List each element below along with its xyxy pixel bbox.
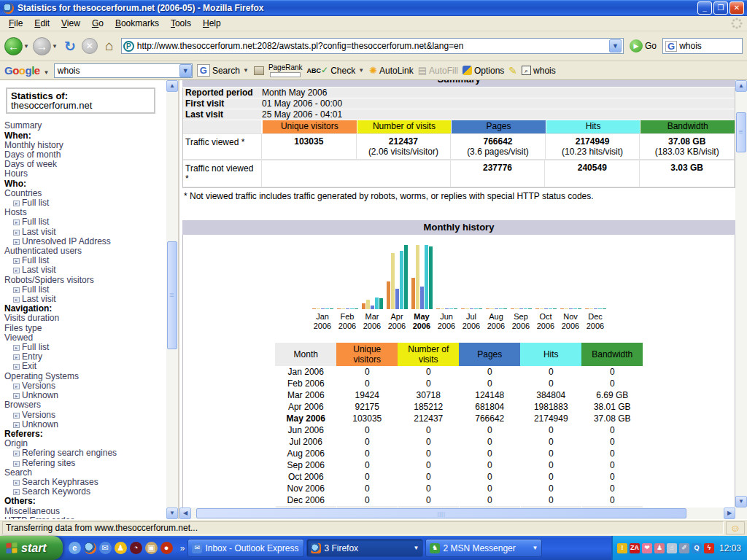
messenger-alert-icon[interactable]: ❤: [642, 543, 652, 553]
menu-go[interactable]: Go: [86, 17, 109, 30]
autolink-button[interactable]: ✺AutoLink: [369, 65, 414, 76]
home-button[interactable]: ⌂: [101, 38, 118, 54]
main-hscroll-thumb[interactable]: ||||: [196, 508, 686, 518]
ie-icon[interactable]: e: [69, 542, 81, 554]
taskbar-button-inbox-outlook-express[interactable]: ✉Inbox - Outlook Express: [187, 539, 304, 557]
main-scrollbar-horizontal[interactable]: ◀ |||| ▶: [179, 508, 735, 519]
sidebar-item-exit[interactable]: ▸Exit: [4, 362, 166, 371]
sidebar-item-refering-search-engines[interactable]: ▸Refering search engines: [4, 448, 166, 458]
quick-launch-overflow-chevron[interactable]: »: [180, 543, 185, 553]
aim-icon[interactable]: ♟: [115, 542, 127, 554]
start-button[interactable]: start: [0, 536, 63, 560]
bar-unique-visitors: [362, 303, 365, 309]
go-button[interactable]: ▶ Go: [627, 39, 659, 52]
url-dropdown[interactable]: ▼: [609, 39, 622, 52]
back-dropdown[interactable]: ▼: [23, 43, 29, 50]
cell: 681804: [459, 401, 520, 413]
menu-bookmarks[interactable]: Bookmarks: [109, 17, 165, 30]
sidebar-scroll-thumb[interactable]: ☰: [167, 241, 177, 349]
google-logo[interactable]: Google ▼: [4, 64, 50, 77]
info-value: 25 May 2006 - 04:01: [262, 109, 342, 120]
google-search-input[interactable]: whois ▼: [54, 63, 193, 78]
cell: 0: [459, 471, 520, 483]
msn-picture-icon[interactable]: ▣: [145, 542, 158, 554]
scroll-down-icon[interactable]: ▼: [735, 496, 747, 508]
sidebar-item-http-error-codes[interactable]: HTTP Error codes: [4, 516, 166, 519]
outlook-express-icon[interactable]: ✉: [99, 542, 112, 554]
zonealarm-za-icon[interactable]: ZA: [630, 543, 640, 553]
smiley-icon[interactable]: ☺: [726, 521, 745, 534]
forward-button[interactable]: →: [33, 37, 51, 55]
minimize-button[interactable]: _: [697, 1, 712, 15]
sidebar-item-robots-spiders-visitors[interactable]: Robots/Spiders visitors: [4, 276, 166, 285]
pen-icon[interactable]: ✐: [679, 543, 689, 553]
back-button[interactable]: ←: [4, 37, 23, 55]
stop-button[interactable]: ✕: [82, 38, 98, 54]
quick-search-box[interactable]: G whois: [662, 38, 743, 54]
column-header-bandwidth: Bandwidth: [640, 120, 735, 133]
close-button[interactable]: ✕: [729, 1, 744, 15]
options-button[interactable]: Options: [462, 66, 504, 76]
scroll-up-icon[interactable]: ▲: [166, 80, 178, 92]
task-group-dropdown-icon[interactable]: ▼: [532, 545, 538, 551]
sidebar-item-last-visit[interactable]: ▸Last visit: [4, 228, 166, 237]
scroll-left-icon[interactable]: ◀: [179, 508, 191, 519]
cell: 0: [581, 424, 643, 436]
sidebar-item-miscellaneous[interactable]: Miscellaneous: [4, 507, 166, 516]
menu-edit[interactable]: Edit: [28, 17, 55, 30]
sidebar-item-files-type[interactable]: Files type: [4, 324, 166, 333]
whois-button[interactable]: ⌕whois: [522, 66, 556, 76]
sub-link-icon: ▸: [13, 461, 20, 467]
sidebar-item-operating-systems[interactable]: Operating Systems: [4, 372, 166, 381]
reload-button[interactable]: ↻: [61, 38, 79, 55]
sidebar-item-full-list[interactable]: ▸Full list: [4, 198, 166, 208]
sidebar-item-browsers[interactable]: Browsers: [4, 400, 166, 410]
sidebar-item-days-of-week[interactable]: Days of week: [4, 160, 166, 169]
sidebar-item-versions[interactable]: ▸Versions: [4, 411, 166, 420]
sidebar-item-visits-duration[interactable]: Visits duration: [4, 314, 166, 323]
task-group-dropdown-icon[interactable]: ▼: [413, 545, 419, 551]
sidebar-item-refering-sites[interactable]: ▸Refering sites: [4, 459, 166, 468]
opera-flame-icon[interactable]: ●: [160, 542, 173, 554]
main-scrollbar-vertical[interactable]: ▲ ☰ ▼: [735, 80, 747, 508]
spellcheck-button[interactable]: ABC✓Check▼: [307, 66, 365, 76]
main-vscroll-thumb[interactable]: ☰: [736, 112, 746, 152]
bar-hits: [549, 308, 552, 309]
taskbar-button-3-firefox[interactable]: 3 Firefox▼: [306, 539, 423, 557]
pie-chart-icon[interactable]: ◔: [130, 542, 142, 554]
sidebar-scrollbar[interactable]: ▲ ☰ ▼: [166, 80, 178, 519]
quick-search-value[interactable]: whois: [679, 41, 702, 51]
menu-tools[interactable]: Tools: [165, 17, 197, 30]
scroll-up-icon[interactable]: ▲: [735, 80, 747, 92]
forward-dropdown[interactable]: ▼: [52, 43, 58, 50]
sidebar-item-full-list[interactable]: ▸Full list: [4, 217, 166, 227]
menu-view[interactable]: View: [55, 17, 86, 30]
address-bar[interactable]: P http://www.thesoccerforum.net:2082/aws…: [121, 38, 624, 54]
security-shield-icon[interactable]: !: [617, 543, 627, 553]
pagerank-indicator[interactable]: PageRank: [268, 64, 303, 77]
search-history-dropdown[interactable]: ▼: [179, 64, 192, 77]
highlighter-icon[interactable]: ✎: [508, 65, 517, 77]
search-button[interactable]: GSearch▼: [197, 64, 249, 77]
firefox-icon[interactable]: [84, 542, 96, 554]
autofill-button[interactable]: ▤AutoFill: [418, 65, 458, 76]
aim-user-icon[interactable]: ♟: [654, 543, 665, 553]
cell: 103035: [336, 413, 398, 424]
sidebar-item-unknown[interactable]: ▸Unknown: [4, 420, 166, 429]
restore-button[interactable]: ❐: [713, 1, 728, 15]
news-icon[interactable]: [254, 66, 264, 75]
quicktime-icon[interactable]: Q: [692, 543, 702, 553]
alert-lightning-icon[interactable]: ϟ: [704, 543, 714, 553]
sidebar-item-search[interactable]: Search: [4, 468, 166, 478]
scroll-down-icon[interactable]: ▼: [166, 508, 178, 519]
sidebar-item-last-visit[interactable]: ▸Last visit: [4, 265, 166, 275]
menu-help[interactable]: Help: [197, 17, 227, 30]
sidebar-item-summary[interactable]: Summary: [4, 121, 166, 131]
bar-unique-visitors: [411, 278, 415, 309]
menu-file[interactable]: File: [3, 17, 28, 30]
scroll-right-icon[interactable]: ▶: [724, 508, 735, 519]
sidebar-item-hours[interactable]: Hours: [4, 169, 166, 179]
url-text[interactable]: http://www.thesoccerforum.net:2082/awsta…: [137, 41, 606, 51]
taskbar-button-2-msn-messenger[interactable]: ♞2 MSN Messenger▼: [425, 539, 542, 557]
hand-pointer-icon[interactable]: ☝: [667, 543, 677, 553]
